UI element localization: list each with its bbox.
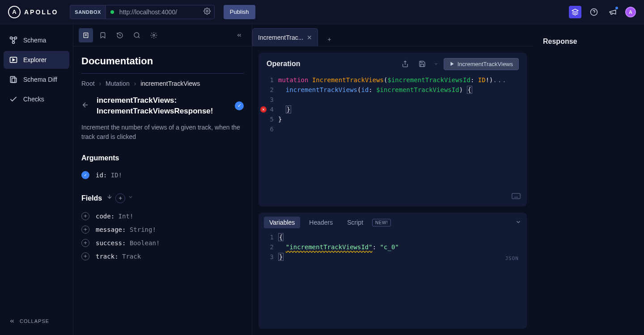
- share-icon[interactable]: [399, 58, 411, 70]
- close-icon[interactable]: ✕: [307, 34, 312, 41]
- save-dropdown-icon[interactable]: [433, 58, 439, 70]
- gear-icon[interactable]: [203, 8, 211, 16]
- bookmark-icon[interactable]: [96, 28, 110, 42]
- nav-label: Checks: [23, 96, 44, 103]
- main-area: IncrementTrac... ✕ + Operation: [252, 24, 644, 335]
- diff-icon: [9, 75, 18, 84]
- sort-icon[interactable]: [106, 193, 113, 203]
- operation-card: Operation IncrementTrackViews: [258, 53, 527, 206]
- topbar: A APOLLO SANDBOX http://localhost:4000/ …: [0, 0, 644, 24]
- variables-editor[interactable]: JSON 1 2 3 { "incrementTrackViewsId": "c…: [258, 232, 527, 329]
- brand-text: APOLLO: [24, 8, 58, 16]
- nav-label: Explorer: [23, 56, 47, 63]
- run-operation-button[interactable]: IncrementTrackViews: [444, 58, 519, 70]
- operation-editor[interactable]: 1 2 3 ✕4 5 6 mutation IncrementTrackView…: [258, 75, 527, 206]
- editor-tabs: IncrementTrac... ✕ +: [252, 24, 533, 46]
- panel-collapse-icon[interactable]: [232, 28, 246, 42]
- search-icon[interactable]: [130, 28, 144, 42]
- chevron-down-icon[interactable]: [128, 193, 133, 203]
- settings-icon[interactable]: [147, 28, 161, 42]
- response-panel: Response: [533, 24, 644, 335]
- field-row[interactable]: + code: Int!: [81, 209, 244, 223]
- tab-operation[interactable]: IncrementTrac... ✕: [252, 28, 318, 46]
- nav-schema[interactable]: Schema: [4, 31, 69, 49]
- breadcrumb-mutation[interactable]: Mutation: [106, 80, 130, 87]
- apollo-logo-icon: A: [8, 6, 21, 18]
- announce-icon[interactable]: [606, 6, 619, 18]
- explorer-icon: [9, 55, 18, 64]
- new-badge: NEW!: [372, 219, 391, 226]
- tab-script[interactable]: Script: [342, 217, 369, 228]
- svg-line-18: [138, 37, 140, 38]
- svg-point-19: [153, 34, 155, 36]
- add-field-icon[interactable]: +: [81, 239, 89, 247]
- documentation-panel: Documentation Root › Mutation › incremen…: [73, 24, 252, 335]
- nav-schema-diff[interactable]: Schema Diff: [4, 71, 69, 88]
- docs-icon[interactable]: [79, 28, 93, 42]
- chevron-left-double-icon: [9, 318, 15, 324]
- add-field-icon[interactable]: +: [81, 226, 89, 234]
- svg-line-8: [12, 39, 13, 42]
- field-row[interactable]: + track: Track: [81, 250, 244, 263]
- field-row[interactable]: + message: String!: [81, 223, 244, 236]
- topbar-actions: A: [569, 6, 636, 18]
- operation-heading: Operation: [267, 60, 394, 68]
- check-icon: ✓: [81, 171, 89, 179]
- help-icon[interactable]: [588, 6, 600, 18]
- play-icon: [449, 61, 455, 67]
- tab-headers[interactable]: Headers: [304, 217, 338, 228]
- user-avatar[interactable]: A: [625, 7, 636, 17]
- svg-point-17: [134, 33, 139, 38]
- sandbox-chip[interactable]: SANDBOX: [70, 5, 106, 19]
- notification-dot-icon: [615, 7, 618, 9]
- mutation-description: Increment the number of views of a given…: [81, 123, 244, 142]
- breadcrumb: Root › Mutation › incrementTrackViews: [81, 80, 244, 87]
- field-row[interactable]: + success: Boolean!: [81, 236, 244, 250]
- url-text: http://localhost:4000/: [119, 8, 177, 16]
- doc-toolbar: [73, 24, 252, 46]
- status-dot-icon: [110, 10, 114, 14]
- nav-label: Schema Diff: [23, 76, 57, 83]
- svg-point-0: [206, 10, 208, 12]
- check-badge-icon[interactable]: ✓: [235, 101, 244, 110]
- svg-marker-23: [450, 62, 453, 66]
- chevron-down-icon[interactable]: [515, 219, 521, 226]
- add-field-icon[interactable]: +: [81, 212, 89, 220]
- publish-button[interactable]: Publish: [224, 5, 255, 19]
- add-field-icon[interactable]: +: [81, 252, 89, 260]
- brand-logo[interactable]: A APOLLO: [8, 6, 58, 18]
- nav-explorer[interactable]: Explorer: [4, 51, 69, 69]
- svg-marker-11: [13, 59, 14, 61]
- svg-rect-12: [10, 76, 15, 82]
- keyboard-icon[interactable]: [512, 192, 521, 202]
- response-heading: Response: [543, 38, 634, 46]
- fields-heading: Fields +: [81, 193, 244, 203]
- history-icon[interactable]: [113, 28, 127, 42]
- url-group: SANDBOX http://localhost:4000/: [70, 5, 215, 19]
- svg-marker-1: [572, 9, 578, 12]
- tab-label: IncrementTrac...: [258, 34, 303, 41]
- save-icon[interactable]: [416, 58, 428, 70]
- breadcrumb-root[interactable]: Root: [81, 80, 95, 87]
- add-tab-button[interactable]: +: [322, 33, 336, 46]
- breadcrumb-current: incrementTrackViews: [140, 80, 200, 87]
- back-arrow-icon[interactable]: [81, 101, 90, 110]
- doc-title: Documentation: [81, 55, 244, 67]
- svg-line-9: [14, 39, 15, 42]
- svg-rect-24: [512, 193, 520, 199]
- divider: [81, 73, 244, 74]
- tab-variables[interactable]: Variables: [264, 217, 300, 228]
- argument-row[interactable]: ✓ id: ID!: [81, 168, 244, 182]
- mutation-title: incrementTrackViews: IncrementTrackViews…: [97, 95, 229, 117]
- schema-icon: [9, 36, 18, 45]
- nav-label: Schema: [23, 37, 46, 44]
- url-input[interactable]: http://localhost:4000/: [106, 5, 215, 19]
- collapse-button[interactable]: COLLAPSE: [4, 314, 69, 328]
- layers-icon[interactable]: [569, 6, 581, 18]
- add-all-icon[interactable]: +: [115, 193, 125, 203]
- json-label: JSON: [505, 254, 519, 264]
- nav-checks[interactable]: Checks: [4, 90, 69, 108]
- error-icon[interactable]: ✕: [260, 106, 267, 113]
- collapse-label: COLLAPSE: [20, 318, 49, 324]
- checks-icon: [9, 95, 18, 104]
